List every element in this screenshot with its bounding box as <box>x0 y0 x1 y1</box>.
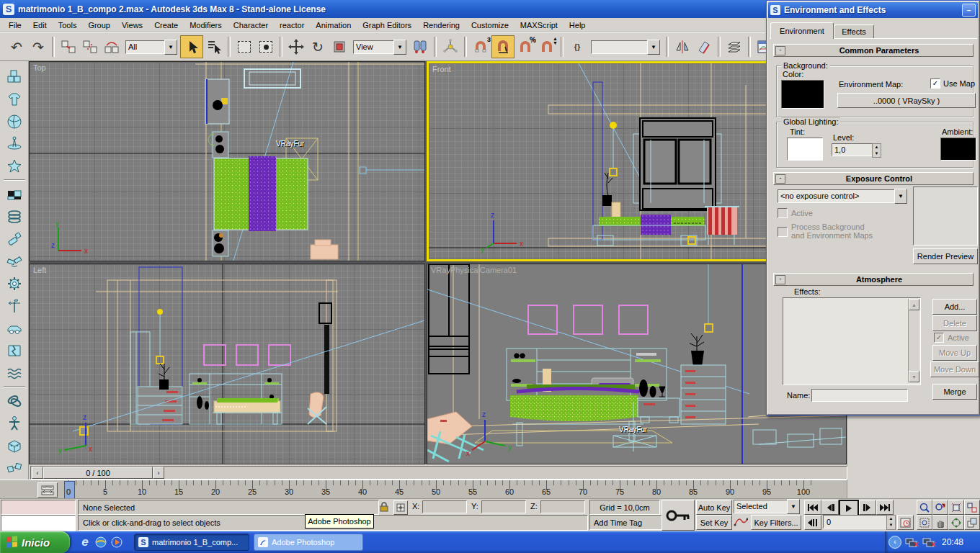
common-parameters-rollout[interactable]: - Common Parameters <box>773 44 974 57</box>
move-down-button[interactable]: Move Down <box>930 361 979 377</box>
effect-name-field[interactable] <box>811 389 908 402</box>
layer-manager-button[interactable] <box>723 36 745 58</box>
select-and-scale-button[interactable] <box>329 36 350 58</box>
absolute-offset-toggle[interactable] <box>393 500 408 515</box>
atmosphere-rollout[interactable]: - Atmosphere <box>773 273 974 286</box>
viewport-top[interactable]: yxz Top VRayFur <box>29 61 425 261</box>
select-object-button[interactable] <box>180 35 203 58</box>
mirror-button[interactable] <box>672 36 693 58</box>
viewport-camera-label[interactable]: VRayPhysicalCamera01 <box>431 266 517 274</box>
zoom-button[interactable] <box>917 500 932 515</box>
viewport-left[interactable]: zyx Left <box>29 264 425 464</box>
open-mini-curve-editor-button[interactable] <box>37 482 58 498</box>
viewport-left-label[interactable]: Left <box>33 266 46 274</box>
undo-button[interactable]: ↶ <box>6 36 27 58</box>
time-slider-button[interactable]: 0 / 100 <box>43 467 153 479</box>
clock[interactable]: 20:48 <box>942 537 963 547</box>
y-coordinate-field[interactable] <box>481 500 526 513</box>
rectangular-selection-region-button[interactable] <box>233 36 255 58</box>
zoom-extents-button[interactable] <box>948 500 964 515</box>
task-button-photoshop[interactable]: Adobe Photoshop <box>254 534 363 551</box>
time-slider-next-arrow[interactable]: › <box>153 467 164 479</box>
collapse-icon[interactable]: - <box>775 46 785 55</box>
pan-view-button[interactable] <box>932 515 948 530</box>
checkbox-icon[interactable] <box>778 208 788 218</box>
dialog-tab-effects[interactable]: Effects <box>834 24 874 39</box>
move-up-button[interactable]: Move Up <box>932 345 977 361</box>
tray-collapse-chevron[interactable]: ‹ <box>888 536 901 549</box>
reactor-deforming-mesh-icon[interactable] <box>3 155 26 177</box>
selection-filter-dropdown[interactable]: All▼ <box>125 40 177 54</box>
align-button[interactable] <box>693 36 715 58</box>
merge-button[interactable]: Merge <box>932 384 977 400</box>
reactor-angular-dashpot-icon[interactable] <box>3 250 26 272</box>
use-map-checkbox[interactable]: ✓Use Map <box>930 78 975 89</box>
network-disconnected-icon-2[interactable]: ✕ <box>922 536 935 548</box>
z-coordinate-field[interactable] <box>540 500 585 513</box>
quicklaunch-media-player-icon[interactable] <box>110 534 124 550</box>
set-key-button[interactable]: Set Key <box>696 515 732 530</box>
reactor-storage-icon[interactable] <box>3 434 26 457</box>
add-time-tag[interactable]: Add Time Tag <box>589 515 664 530</box>
reactor-wind-icon[interactable] <box>3 295 26 317</box>
ambient-swatch[interactable] <box>940 138 976 161</box>
selection-set-dropdown[interactable]: Selected▼ <box>734 500 800 513</box>
viewport-front-label[interactable]: Front <box>432 65 451 73</box>
reactor-cloth-collection-icon[interactable] <box>3 88 26 110</box>
reactor-spring-icon[interactable] <box>3 205 26 228</box>
named-selection-dropdown[interactable]: ▼ <box>591 40 660 54</box>
min-max-toggle-button[interactable] <box>964 515 980 530</box>
effect-active-checkbox[interactable]: ✓Active <box>934 333 969 343</box>
bind-to-space-warp-icon[interactable] <box>101 36 122 58</box>
reactor-ragdoll-icon[interactable] <box>3 412 26 434</box>
chevron-down-icon[interactable]: ▼ <box>647 40 660 55</box>
menu-maxscript[interactable]: MAXScript <box>514 21 564 30</box>
selection-lock-toggle[interactable] <box>378 500 391 513</box>
scroll-up-arrow[interactable]: ▲ <box>909 299 919 310</box>
maxscript-listener-line[interactable] <box>1 515 76 531</box>
tint-swatch[interactable] <box>787 138 823 161</box>
collapse-icon[interactable]: - <box>775 174 785 184</box>
auto-key-button[interactable]: Auto Key <box>696 500 732 515</box>
trackbar-ruler[interactable]: 0 5 10 15 20 25 30 35 40 45 50 55 60 65 … <box>63 480 821 499</box>
set-keys-button[interactable] <box>662 500 695 531</box>
go-to-start-button[interactable] <box>804 500 821 515</box>
time-slider-prev-arrow[interactable]: ‹ <box>32 467 43 479</box>
quicklaunch-explorer-icon[interactable] <box>94 534 108 550</box>
exposure-active-checkbox[interactable]: Active <box>778 208 813 218</box>
level-field[interactable]: 1,0 <box>832 143 873 156</box>
play-animation-button[interactable] <box>839 500 859 516</box>
select-and-move-button[interactable] <box>285 36 307 58</box>
reactor-rigid-body-collection-icon[interactable] <box>3 66 26 88</box>
angle-snap-toggle[interactable] <box>491 35 514 58</box>
window-crossing-toggle[interactable] <box>255 36 277 58</box>
x-coordinate-field[interactable] <box>422 500 467 513</box>
background-color-swatch[interactable] <box>781 80 824 109</box>
dialog-tab-environment[interactable]: Environment <box>770 22 834 39</box>
reactor-linear-dashpot-icon[interactable] <box>3 228 26 250</box>
named-selection-sets-button[interactable]: {} <box>566 36 588 58</box>
viewport-top-label[interactable]: Top <box>33 63 46 72</box>
macro-recorder-line[interactable] <box>1 500 76 515</box>
menu-rendering[interactable]: Rendering <box>417 21 466 30</box>
start-button[interactable]: Inicio <box>0 531 70 553</box>
reactor-motor-icon[interactable] <box>3 272 26 295</box>
reactor-water-icon[interactable] <box>3 361 26 384</box>
key-mode-toggle[interactable] <box>804 515 821 530</box>
reactor-plane-icon[interactable] <box>3 183 26 205</box>
unlink-selection-icon[interactable] <box>79 36 101 58</box>
exposure-control-rollout[interactable]: - Exposure Control <box>773 172 974 185</box>
minimize-button[interactable]: – <box>962 4 976 17</box>
menu-group[interactable]: Group <box>82 21 116 30</box>
zoom-extents-all-button[interactable] <box>964 500 980 515</box>
reactor-constraint-solver-icon[interactable] <box>3 390 26 412</box>
menu-animation[interactable]: Animation <box>310 21 357 30</box>
menu-graph-editors[interactable]: Graph Editors <box>357 21 417 30</box>
chevron-down-icon[interactable]: ▼ <box>894 189 907 204</box>
checkbox-icon[interactable] <box>778 227 788 237</box>
reactor-rope-collection-icon[interactable] <box>3 132 26 155</box>
effects-list[interactable]: ▲ ▼ <box>783 297 921 385</box>
region-zoom-button[interactable] <box>917 515 932 530</box>
menu-tools[interactable]: Tools <box>53 21 83 30</box>
menu-character[interactable]: Character <box>228 21 274 30</box>
